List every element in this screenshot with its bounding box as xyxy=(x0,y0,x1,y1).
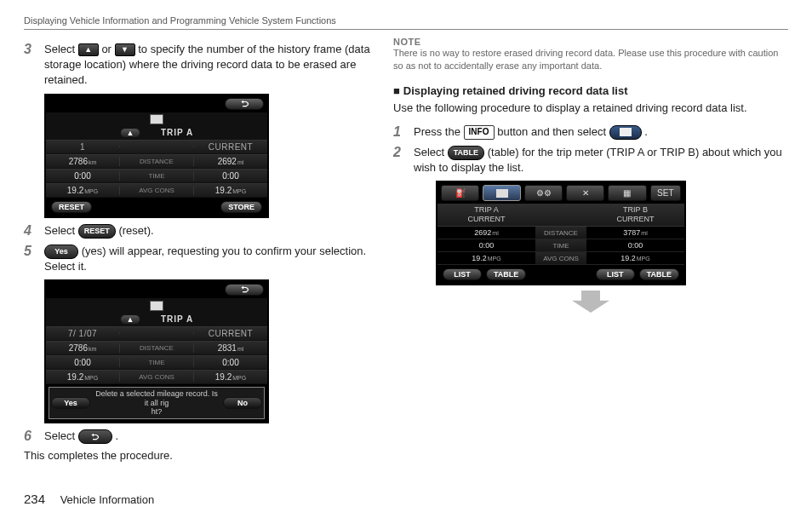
paragraph: Use the following procedure to display a… xyxy=(393,101,788,116)
calendar-tab-icon[interactable]: ▦ xyxy=(608,185,646,201)
tools-tab-icon[interactable]: ✕ xyxy=(566,185,604,201)
row-label: TIME xyxy=(119,171,194,181)
down-arrow-icon xyxy=(572,291,609,313)
completion-text: This completes the procedure. xyxy=(24,449,373,462)
store-button[interactable]: STORE xyxy=(220,201,262,213)
book-icon xyxy=(150,114,163,124)
value: 0:00 xyxy=(437,241,535,250)
back-button[interactable]: ⮌ xyxy=(225,284,264,296)
reset-button[interactable]: RESET xyxy=(78,224,116,239)
book-icon xyxy=(150,301,163,311)
value: 2786km xyxy=(46,156,119,167)
bullet-icon: ■ xyxy=(393,84,400,97)
value: 2692mi xyxy=(437,228,535,237)
value: 19.2MPG xyxy=(46,185,119,196)
text: Select xyxy=(44,43,75,55)
no-button[interactable]: No xyxy=(223,397,262,409)
row-label: TIME xyxy=(119,358,194,367)
tri-up-button[interactable]: ▲ xyxy=(120,128,140,138)
right-column: NOTE There is no way to restore erased d… xyxy=(393,37,788,462)
list-button[interactable]: LIST xyxy=(596,268,635,280)
book-button[interactable] xyxy=(609,125,642,140)
row-label: AVG CONS xyxy=(535,252,586,265)
list-button[interactable]: LIST xyxy=(443,268,482,280)
step-body: Select ▲ or ▼ to specify the number of t… xyxy=(44,42,373,89)
step-body: Select RESET (reset). xyxy=(44,223,373,239)
r-step-2: 2 Select TABLE (table) for the trip mete… xyxy=(393,145,788,176)
down-button[interactable]: ▼ xyxy=(115,43,135,56)
info-button[interactable]: INFO xyxy=(464,125,495,140)
trip-label: TRIP A xyxy=(161,128,193,137)
page-footer: 234 Vehicle Information xyxy=(24,492,154,506)
value: 0:00 xyxy=(46,357,119,368)
text: (yes) will appear, requesting you to con… xyxy=(44,245,366,273)
step-number: 4 xyxy=(24,223,37,239)
text: or xyxy=(101,43,112,55)
yes-button[interactable]: Yes xyxy=(44,245,78,259)
text: Select xyxy=(44,224,75,237)
step-6: 6 Select ⮌ . xyxy=(24,429,373,444)
value: 0:00 xyxy=(586,241,684,250)
page-number: 234 xyxy=(24,492,45,506)
value: 19.2MPG xyxy=(194,185,267,196)
value: 0:00 xyxy=(194,170,267,181)
col-head: CURRENT xyxy=(194,141,267,153)
left-column: 3 Select ▲ or ▼ to specify the number of… xyxy=(24,37,373,462)
trip-a-heading: TRIP A CURRENT xyxy=(437,204,535,227)
table-button[interactable]: TABLE xyxy=(486,268,526,280)
value: 19.2MPG xyxy=(586,254,684,262)
value: 19.2MPG xyxy=(46,371,119,383)
subhead-text: Displaying retained driving record data … xyxy=(403,84,628,97)
row-label: DISTANCE xyxy=(535,227,586,239)
row-label: DISTANCE xyxy=(119,343,194,353)
table-button[interactable]: TABLE xyxy=(448,146,484,160)
screenshot-trip-a: ⮌ ▲ TRIP A 1 CURRENT 2786km DISTANCE xyxy=(44,94,269,218)
step-body: Select TABLE (table) for the trip meter … xyxy=(414,145,788,176)
text: Select xyxy=(44,429,75,442)
step-number: 6 xyxy=(24,429,37,444)
text: (reset). xyxy=(118,224,153,237)
page-header: Displaying Vehicle Information and Progr… xyxy=(24,15,788,26)
step-number: 5 xyxy=(24,244,37,274)
up-button[interactable]: ▲ xyxy=(78,43,99,56)
header-rule xyxy=(24,29,788,30)
book-tab-icon[interactable] xyxy=(483,185,521,201)
value: 0:00 xyxy=(46,170,119,181)
step-number: 2 xyxy=(393,145,407,176)
value: 2831mi xyxy=(194,342,267,354)
back-button[interactable]: ⮌ xyxy=(225,98,264,110)
reset-button[interactable]: RESET xyxy=(51,201,92,213)
table-button[interactable]: TABLE xyxy=(639,268,679,280)
yes-button[interactable]: Yes xyxy=(51,397,90,409)
text: Select xyxy=(414,146,444,158)
text: button and then select xyxy=(497,125,606,138)
row-label: DISTANCE xyxy=(119,157,194,166)
step-3: 3 Select ▲ or ▼ to specify the number of… xyxy=(24,42,373,89)
step-number: 1 xyxy=(393,124,407,140)
note-body: There is no way to restore erased drivin… xyxy=(393,47,788,72)
dialog-message: Delete a selected mileage record. Is it … xyxy=(94,389,220,417)
trip-label: TRIP A xyxy=(161,314,193,324)
blank-heading xyxy=(535,204,586,227)
fuel-tab-icon[interactable]: ⛽ xyxy=(441,185,479,201)
step-4: 4 Select RESET (reset). xyxy=(24,223,373,239)
note-heading: NOTE xyxy=(393,37,788,47)
value: 3787mi xyxy=(586,228,684,237)
tri-up-button[interactable]: ▲ xyxy=(120,314,140,325)
confirm-dialog: Yes Delete a selected mileage record. Is… xyxy=(49,387,265,419)
value: 0:00 xyxy=(194,357,267,368)
row-label: AVG CONS xyxy=(119,186,194,195)
row-label: TIME xyxy=(535,239,586,252)
subheading: ■Displaying retained driving record data… xyxy=(393,84,788,97)
screenshot-confirm-delete: ⮌ ▲ TRIP A 7/ 1/07 CURRENT 2786km DISTAN… xyxy=(44,279,269,423)
row-label: AVG CONS xyxy=(119,372,194,382)
value: 2692mi xyxy=(194,156,267,167)
step-5: 5 Yes (yes) will appear, requesting you … xyxy=(24,244,373,274)
step-body: Yes (yes) will appear, requesting you to… xyxy=(44,244,373,274)
section-title: Vehicle Information xyxy=(60,493,155,506)
col-head: 7/ 1/07 xyxy=(46,328,119,339)
back-button[interactable]: ⮌ xyxy=(78,429,112,444)
maintenance-tab-icon[interactable]: ⚙⚙ xyxy=(524,185,563,201)
value: 19.2MPG xyxy=(194,371,267,383)
set-button[interactable]: SET xyxy=(650,185,681,201)
